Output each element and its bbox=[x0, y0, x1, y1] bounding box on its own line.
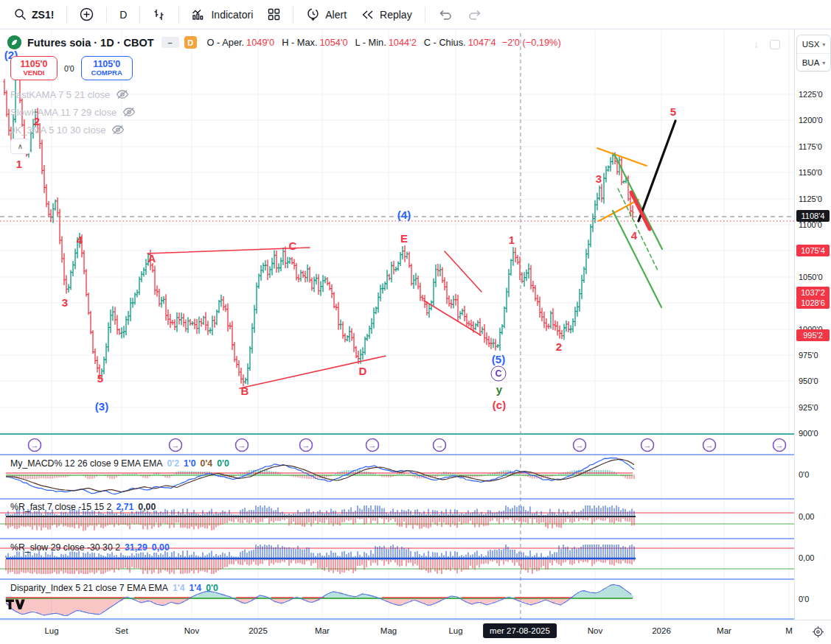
wave-label-1[interactable]: 1 bbox=[509, 234, 515, 246]
price-tick: 1175'0 bbox=[799, 142, 822, 151]
wave-label-C[interactable]: C bbox=[289, 239, 297, 252]
trend-line-drawing[interactable] bbox=[613, 211, 661, 307]
time-tick: Nov bbox=[588, 626, 602, 635]
overlay-indicator-row[interactable]: JK_3MA 5 10 30 close bbox=[10, 121, 136, 139]
crosshair-date-badge: mer 27-08-2025 bbox=[483, 623, 557, 638]
replay-icon bbox=[361, 10, 375, 20]
wave-label-5[interactable]: 5 bbox=[97, 372, 103, 385]
panel-axis-value: 0'0 bbox=[799, 470, 809, 479]
wave-label-2[interactable]: 2 bbox=[556, 340, 562, 353]
price-axis[interactable]: USX▾ BUA▾ 1225'01200'01175'01150'01125'0… bbox=[794, 29, 831, 620]
price-badge: 995'2 bbox=[796, 329, 830, 341]
interval-badge: D bbox=[184, 36, 197, 49]
wave-label-5[interactable]: (5) bbox=[492, 353, 505, 365]
overlay-indicator-label: JK_3MA 5 10 30 close bbox=[10, 125, 105, 136]
panel-name: My_MACD% 12 26 close 9 EMA EMA bbox=[10, 458, 162, 469]
indicators-label: Indicatori bbox=[211, 9, 253, 21]
replay-button[interactable]: Replay bbox=[355, 5, 419, 24]
wave-label-1[interactable]: 1 bbox=[16, 158, 22, 170]
panel-indicator-label[interactable]: %R_fast 7 close -15 15 22,710,00 bbox=[10, 502, 156, 512]
wave-label-4[interactable]: (4) bbox=[397, 209, 411, 221]
wave-label-c[interactable]: (c) bbox=[493, 399, 506, 411]
layout-grid-button[interactable] bbox=[261, 4, 287, 24]
overlay-indicator-row[interactable]: FastKAMA 7 5 21 close bbox=[10, 85, 136, 103]
snapshot-icon[interactable] bbox=[770, 40, 780, 49]
wave-label-4[interactable]: 4 bbox=[631, 229, 637, 242]
undo-button[interactable] bbox=[431, 5, 459, 24]
undo-icon bbox=[438, 9, 453, 21]
symbol-name: ZS1! bbox=[32, 9, 54, 21]
unit-usx-button[interactable]: USX▾ bbox=[797, 35, 830, 54]
time-tick: Lug bbox=[44, 626, 58, 635]
ohlc-item: L - Min.1044'2 bbox=[355, 37, 417, 48]
collapse-indicators-button[interactable]: ∧ bbox=[10, 139, 30, 154]
overlay-indicator-row[interactable]: SlowKAMA 11 7 29 close bbox=[10, 103, 136, 121]
panel-indicator-label[interactable]: My_MACD% 12 26 close 9 EMA EMA0'21'00'40… bbox=[10, 458, 229, 469]
panel-value: 0'0 bbox=[206, 583, 218, 593]
wave-label-5[interactable]: 5 bbox=[670, 105, 676, 118]
sell-button[interactable]: 1105'0 VENDI bbox=[10, 56, 58, 80]
overlay-indicator-label: SlowKAMA 11 7 29 close bbox=[10, 107, 117, 118]
eye-off-icon[interactable] bbox=[122, 107, 136, 117]
buy-button[interactable]: 1105'0 COMPRA bbox=[81, 56, 133, 80]
axis-unit-card: USX▾ BUA▾ bbox=[796, 35, 831, 71]
axis-settings-icon[interactable] bbox=[812, 626, 824, 641]
panel-value: 0'4 bbox=[201, 458, 213, 469]
panel-name: Disparity_Index 5 21 close 7 EMA EMA bbox=[10, 583, 168, 593]
wave-label-3[interactable]: 3 bbox=[62, 296, 68, 309]
chart-style-button[interactable] bbox=[146, 4, 173, 25]
panel-indicator-label[interactable]: %R_slow 29 close -30 30 231,290,00 bbox=[10, 542, 170, 553]
panel-axis-value: 0,00 bbox=[799, 553, 814, 562]
price-tick: 1200'0 bbox=[799, 116, 823, 125]
divider bbox=[106, 7, 107, 23]
wave-label-A[interactable]: A bbox=[148, 252, 156, 265]
price-badge: 1028'6 bbox=[796, 297, 830, 309]
unit-bua-button[interactable]: BUA▾ bbox=[797, 54, 830, 71]
arrow-right-icon: → bbox=[369, 441, 377, 449]
time-tick: Mar bbox=[717, 626, 731, 635]
redo-button[interactable] bbox=[461, 5, 489, 24]
tradingview-logo[interactable] bbox=[6, 599, 27, 613]
compare-add-button[interactable] bbox=[73, 4, 100, 25]
legend-visibility-pill[interactable]: – bbox=[161, 37, 179, 48]
unit-usx-label: USX bbox=[802, 40, 820, 49]
interval-button[interactable]: D bbox=[113, 5, 133, 24]
panel-indicator-label[interactable]: Disparity_Index 5 21 close 7 EMA EMA1'41… bbox=[10, 583, 218, 593]
symbol-search-button[interactable]: ZS1! bbox=[7, 4, 60, 24]
bars-style-icon bbox=[153, 8, 166, 21]
eye-off-icon[interactable] bbox=[111, 125, 125, 135]
price-tick: 925'0 bbox=[799, 403, 818, 412]
download-icon[interactable]: ↓ bbox=[754, 38, 759, 50]
time-tick: Lug bbox=[448, 626, 462, 635]
wave-label-y[interactable]: y bbox=[496, 383, 502, 396]
alert-button[interactable]: Alert bbox=[299, 4, 353, 25]
panel-name: %R_fast 7 close -15 15 2 bbox=[10, 502, 111, 512]
wave-label-B[interactable]: B bbox=[241, 385, 249, 397]
time-axis[interactable]: LugSetNov2025MarMagLugNov2026MarM mer 27… bbox=[0, 620, 831, 644]
trend-line-drawing[interactable] bbox=[445, 251, 481, 292]
time-tick: 2026 bbox=[652, 626, 671, 635]
price-badge: 1108'4 bbox=[796, 210, 830, 222]
divider bbox=[139, 7, 140, 23]
price-tick: 1050'0 bbox=[799, 273, 823, 281]
legend-title[interactable]: Futures soia · 1D · CBOT bbox=[27, 37, 154, 49]
divider bbox=[66, 7, 67, 23]
wave-label-C[interactable]: C bbox=[491, 366, 507, 382]
wave-label-3[interactable]: 3 bbox=[596, 172, 602, 185]
arrow-right-icon: → bbox=[172, 441, 180, 449]
redo-icon bbox=[467, 9, 482, 21]
wave-label-3[interactable]: (3) bbox=[95, 400, 108, 413]
panel-value: 1'4 bbox=[173, 583, 185, 593]
wave-label-4[interactable]: 4 bbox=[77, 234, 83, 246]
trend-line-drawing[interactable] bbox=[614, 154, 662, 249]
trend-line-drawing[interactable] bbox=[424, 301, 481, 335]
wave-label-E[interactable]: E bbox=[400, 232, 408, 245]
indicators-button[interactable]: Indicatori bbox=[185, 4, 260, 24]
chevron-down-icon: ▾ bbox=[822, 60, 825, 66]
arrow-right-icon: → bbox=[31, 441, 39, 449]
panel-axis-value: 0'0 bbox=[799, 595, 809, 603]
arrow-right-icon: → bbox=[436, 441, 444, 449]
trend-line-drawing[interactable] bbox=[639, 121, 675, 221]
wave-label-D[interactable]: D bbox=[359, 365, 367, 377]
eye-off-icon[interactable] bbox=[116, 89, 129, 99]
